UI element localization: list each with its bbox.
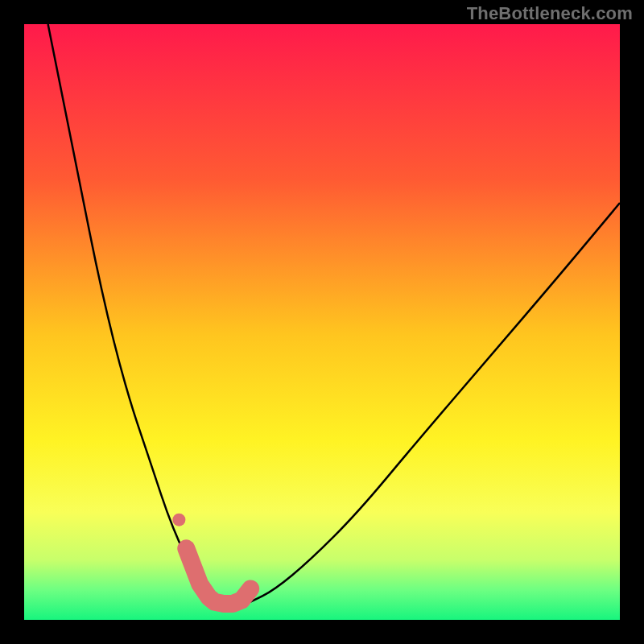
plot-background (24, 24, 620, 620)
optimal-range-dot (172, 514, 185, 526)
bottleneck-chart (0, 0, 644, 644)
chart-frame: TheBottleneck.com (0, 0, 644, 644)
watermark-text: TheBottleneck.com (467, 3, 633, 24)
